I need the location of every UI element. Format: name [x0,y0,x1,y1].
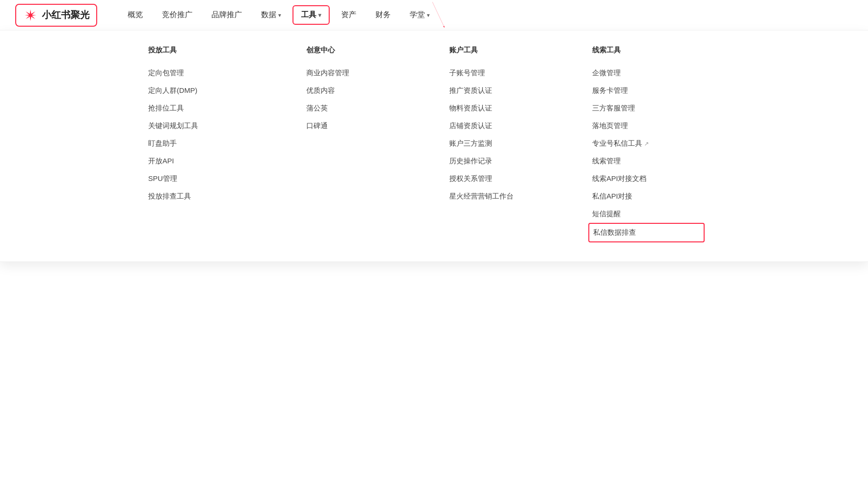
menu-item-content-mgmt[interactable]: 商业内容管理 [306,64,419,82]
menu-item-third-cs[interactable]: 三方客服管理 [592,100,705,117]
menu-item-service-card[interactable]: 服务卡管理 [592,82,705,100]
menu-item-leads-api-doc[interactable]: 线索API对接文档 [592,170,705,188]
main-nav: 概览 竞价推广 品牌推广 数据 ▾ 工具 ▾ 资产 财务 学 [120,5,853,25]
menu-item-sms-reminder[interactable]: 短信提醒 [592,205,705,223]
nav-item-brand[interactable]: 品牌推广 [204,6,250,24]
dropdown-col-leads: 线索工具 企微管理 服务卡管理 三方客服管理 落地页管理 专业号私信工具 ↗ [577,46,720,242]
menu-item-third-party-monitor[interactable]: 账户三方监测 [449,135,562,152]
menu-item-pro-dm-tool[interactable]: 专业号私信工具 ↗ [592,135,705,152]
menu-item-open-api[interactable]: 开放API [148,152,276,170]
academy-chevron-icon: ▾ [427,12,430,19]
col-title-leads: 线索工具 [592,46,705,55]
tools-chevron-icon: ▾ [318,12,321,19]
header: 小红书聚光 概览 竞价推广 品牌推广 数据 ▾ 工具 ▾ 资产 [0,0,868,30]
menu-item-keyword-planner[interactable]: 关键词规划工具 [148,117,276,135]
menu-item-dmp[interactable]: 定向人群(DMP) [148,82,276,100]
menu-item-landing-page[interactable]: 落地页管理 [592,117,705,135]
menu-item-history-ops[interactable]: 历史操作记录 [449,152,562,170]
dropdown-col-creative: 创意中心 商业内容管理 优质内容 蒲公英 口碑通 [291,46,434,242]
menu-item-reputation[interactable]: 口碑通 [306,117,419,135]
col-title-account: 账户工具 [449,46,562,55]
logo-text: 小红书聚光 [42,9,90,21]
menu-item-bid-position[interactable]: 抢排位工具 [148,100,276,117]
tools-dropdown: 投放工具 定向包管理 定向人群(DMP) 抢排位工具 关键词规划工具 盯盘助手 … [0,30,868,262]
menu-item-leads-mgmt[interactable]: 线索管理 [592,152,705,170]
nav-item-cpc[interactable]: 竞价推广 [154,6,200,24]
menu-item-targeting-pack[interactable]: 定向包管理 [148,64,276,82]
nav-item-assets[interactable]: 资产 [333,6,364,24]
col-title-ad-tools: 投放工具 [148,46,276,55]
data-chevron-icon: ▾ [278,12,281,19]
menu-item-dm-data-check[interactable]: 私信数据排查 [588,223,705,242]
logo-area[interactable]: 小红书聚光 [15,4,97,27]
menu-item-spu[interactable]: SPU管理 [148,170,276,188]
nav-item-data[interactable]: 数据 ▾ [253,6,289,24]
menu-item-delivery-check[interactable]: 投放排查工具 [148,188,276,205]
menu-item-dandelion[interactable]: 蒲公英 [306,100,419,117]
external-link-icon: ↗ [644,140,649,147]
menu-item-wecom-mgmt[interactable]: 企微管理 [592,64,705,82]
nav-item-tools[interactable]: 工具 ▾ [293,5,330,25]
menu-item-auth-mgmt[interactable]: 授权关系管理 [449,170,562,188]
menu-item-monitor[interactable]: 盯盘助手 [148,135,276,152]
menu-item-quality-content[interactable]: 优质内容 [306,82,419,100]
dropdown-grid: 投放工具 定向包管理 定向人群(DMP) 抢排位工具 关键词规划工具 盯盘助手 … [148,46,720,242]
menu-item-promo-cert[interactable]: 推广资质认证 [449,82,562,100]
dropdown-col-ad-tools: 投放工具 定向包管理 定向人群(DMP) 抢排位工具 关键词规划工具 盯盘助手 … [148,46,291,242]
menu-item-sub-account[interactable]: 子账号管理 [449,64,562,82]
menu-item-dm-api[interactable]: 私信API对接 [592,188,705,205]
svg-point-0 [29,14,32,17]
col-title-creative: 创意中心 [306,46,419,55]
sparkle-icon [23,8,38,23]
menu-item-material-cert[interactable]: 物料资质认证 [449,100,562,117]
nav-item-academy[interactable]: 学堂 ▾ [402,6,437,24]
nav-item-finance[interactable]: 财务 [368,6,398,24]
menu-item-store-cert[interactable]: 店铺资质认证 [449,117,562,135]
nav-item-overview[interactable]: 概览 [120,6,151,24]
menu-item-spark-ops[interactable]: 星火经营营销工作台 [449,188,562,205]
dropdown-col-account: 账户工具 子账号管理 推广资质认证 物料资质认证 店铺资质认证 账户三方监测 历… [434,46,577,242]
